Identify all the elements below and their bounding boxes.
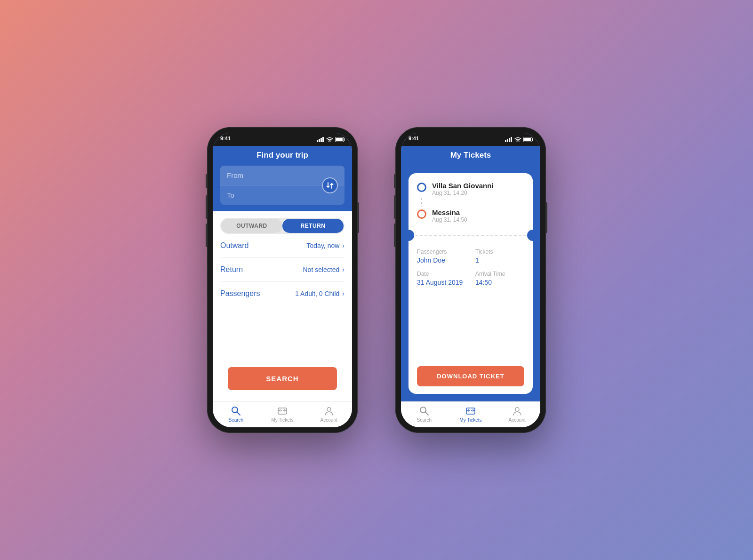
- nav-tickets-label-2: My Tickets: [459, 417, 481, 423]
- passengers-detail-label: Passengers: [417, 248, 466, 255]
- date-detail-value: 31 August 2019: [417, 279, 466, 286]
- nav-account-label-2: Account: [509, 417, 526, 423]
- svg-rect-3: [322, 137, 324, 142]
- svg-point-16: [518, 142, 519, 143]
- svg-rect-13: [507, 139, 508, 142]
- return-row-label: Return: [220, 265, 243, 274]
- wifi-icon: [326, 136, 333, 144]
- svg-rect-2: [320, 138, 322, 142]
- nav-tickets[interactable]: My Tickets: [259, 402, 306, 427]
- from-stop-info: Villa San Giovanni Aug 31, 14:20: [432, 182, 494, 196]
- tickets-header: My Tickets: [401, 146, 540, 168]
- svg-rect-1: [319, 139, 320, 142]
- to-stop-info: Messina Aug 31, 14:50: [432, 208, 467, 223]
- search-button[interactable]: SEARCH: [228, 367, 337, 390]
- outward-row-value: Today, now ›: [307, 242, 344, 249]
- passengers-row-label: Passengers: [220, 289, 260, 298]
- nav-tickets-2[interactable]: My Tickets: [448, 402, 494, 427]
- nav-account-2[interactable]: Account: [494, 402, 540, 427]
- return-row[interactable]: Return Not selected ›: [220, 258, 344, 282]
- download-section: DOWNLOAD TICKET: [409, 360, 533, 394]
- ticket-body: Villa San Giovanni Aug 31, 14:20 Messina: [401, 168, 540, 401]
- ticket-details: Passengers John Doe Tickets 1 Date 31 Au…: [409, 243, 533, 286]
- svg-rect-15: [511, 137, 512, 142]
- outward-chevron-icon: ›: [342, 242, 344, 249]
- wifi-icon-2: [514, 136, 521, 144]
- passengers-row-value: 1 Adult, 0 Child ›: [295, 290, 344, 297]
- route-connector: [417, 198, 524, 207]
- passengers-row[interactable]: Passengers 1 Adult, 0 Child ›: [220, 282, 344, 305]
- status-time: 9:41: [220, 136, 231, 141]
- ticket-route: Villa San Giovanni Aug 31, 14:20 Messina: [409, 173, 533, 228]
- status-time-2: 9:41: [409, 136, 419, 141]
- svg-rect-18: [524, 138, 531, 141]
- passengers-chevron-icon: ›: [342, 290, 344, 297]
- battery-icon-2: [523, 136, 534, 144]
- svg-line-20: [425, 412, 428, 415]
- phone-search: 9:41: [207, 127, 358, 433]
- trip-options: Outward Today, now › Return Not selected…: [213, 234, 352, 360]
- to-dot: [417, 209, 426, 219]
- svg-rect-9: [278, 408, 287, 414]
- svg-point-23: [515, 408, 519, 411]
- phone-tickets: 9:41: [395, 127, 546, 433]
- nav-search[interactable]: Search: [213, 402, 259, 427]
- svg-rect-6: [336, 138, 343, 141]
- return-chevron-icon: ›: [342, 266, 344, 273]
- tickets-detail: Tickets 1: [475, 248, 524, 264]
- from-stop-name: Villa San Giovanni: [432, 182, 494, 190]
- nav-search-2[interactable]: Search: [401, 402, 448, 427]
- nav-account-label: Account: [320, 417, 337, 423]
- trip-type-toggle: OUTWARD RETURN: [220, 218, 344, 234]
- ticket-card: Villa San Giovanni Aug 31, 14:20 Messina: [409, 173, 533, 394]
- to-stop-time: Aug 31, 14:50: [432, 216, 467, 223]
- to-stop: Messina Aug 31, 14:50: [417, 208, 524, 223]
- signal-icon-2: [505, 136, 513, 144]
- svg-rect-12: [505, 140, 506, 142]
- svg-point-4: [329, 142, 330, 143]
- arrival-detail: Arrival Time 14:50: [475, 271, 524, 286]
- outward-row-label: Outward: [220, 241, 248, 250]
- divider-notch-right: [527, 230, 533, 241]
- date-detail-label: Date: [417, 271, 466, 277]
- outward-tab[interactable]: OUTWARD: [221, 219, 282, 233]
- from-stop: Villa San Giovanni Aug 31, 14:20: [417, 182, 524, 196]
- search-header: Find your trip: [213, 146, 352, 211]
- svg-rect-21: [466, 408, 475, 414]
- svg-point-7: [232, 407, 238, 413]
- return-tab[interactable]: RETURN: [282, 219, 344, 233]
- passengers-detail-value: John Doe: [417, 256, 466, 264]
- page-title: Find your trip: [220, 151, 344, 160]
- arrival-detail-label: Arrival Time: [475, 271, 524, 277]
- svg-rect-0: [317, 140, 318, 142]
- from-stop-time: Aug 31, 14:20: [432, 190, 494, 196]
- outward-row[interactable]: Outward Today, now ›: [220, 234, 344, 258]
- battery-icon: [335, 136, 345, 144]
- svg-point-19: [420, 407, 426, 413]
- nav-search-label: Search: [228, 417, 243, 423]
- tickets-page-title: My Tickets: [409, 151, 533, 160]
- nav-tickets-label: My Tickets: [271, 417, 293, 423]
- svg-point-11: [327, 408, 331, 411]
- arrival-detail-value: 14:50: [475, 279, 524, 286]
- return-row-value: Not selected ›: [303, 266, 345, 273]
- ticket-divider: [409, 230, 533, 241]
- divider-notch-left: [409, 230, 414, 241]
- svg-rect-14: [509, 138, 510, 142]
- bottom-nav: Search My Tickets Account: [213, 401, 352, 427]
- tickets-detail-value: 1: [475, 256, 524, 264]
- bottom-nav-2: Search My Tickets Account: [401, 401, 540, 427]
- tickets-detail-label: Tickets: [475, 248, 524, 255]
- to-stop-name: Messina: [432, 208, 467, 216]
- from-dot: [417, 183, 426, 192]
- nav-search-label-2: Search: [417, 417, 432, 423]
- date-detail: Date 31 August 2019: [417, 271, 466, 286]
- download-button[interactable]: DOWNLOAD TICKET: [417, 366, 524, 386]
- svg-line-8: [237, 412, 240, 415]
- swap-button[interactable]: [322, 177, 338, 193]
- nav-account[interactable]: Account: [305, 402, 352, 427]
- signal-icon: [317, 137, 324, 143]
- passengers-detail: Passengers John Doe: [417, 248, 466, 264]
- route-input-group: [220, 166, 344, 205]
